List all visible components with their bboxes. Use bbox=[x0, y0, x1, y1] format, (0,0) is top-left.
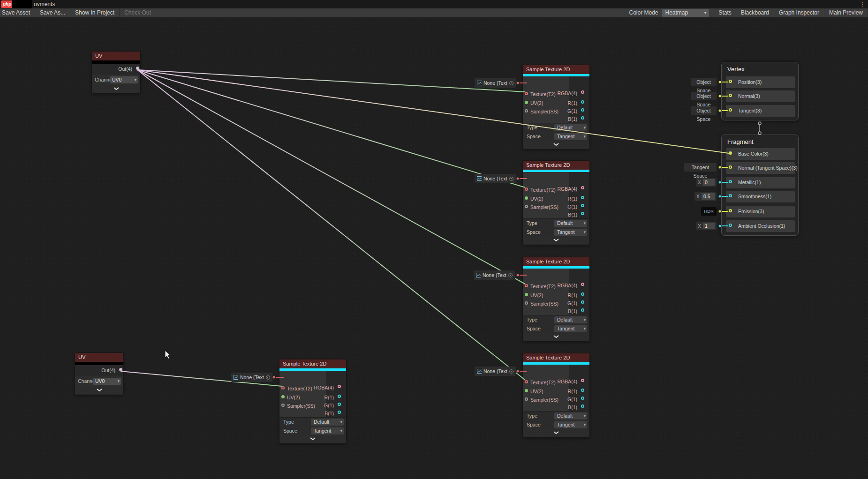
value-field[interactable]: 1 bbox=[703, 223, 715, 229]
uv-node-top[interactable]: UV Out(4) Channe UV0 bbox=[92, 52, 140, 93]
main-preview-button[interactable]: Main Preview bbox=[824, 8, 868, 17]
object-picker-icon[interactable] bbox=[509, 81, 513, 85]
type-dropdown[interactable]: Default bbox=[554, 316, 587, 323]
output-port-b[interactable] bbox=[581, 308, 584, 312]
space-chip[interactable]: Object Space bbox=[691, 78, 717, 86]
collapse-chevron[interactable] bbox=[523, 429, 589, 437]
input-port-position[interactable] bbox=[729, 80, 732, 83]
input-port-emission[interactable] bbox=[729, 209, 732, 212]
blackboard-button[interactable]: Blackboard bbox=[736, 8, 774, 17]
object-picker-icon[interactable] bbox=[266, 375, 270, 380]
output-port-g[interactable] bbox=[581, 108, 584, 112]
output-port-rgba[interactable] bbox=[338, 385, 341, 388]
object-picker-icon[interactable] bbox=[509, 369, 513, 374]
texture-slot[interactable]: None (Textu bbox=[475, 367, 516, 376]
space-dropdown[interactable]: Tangent bbox=[554, 229, 587, 236]
channel-dropdown[interactable]: UV0 bbox=[110, 76, 138, 83]
value-chip[interactable]: X 0 bbox=[696, 178, 717, 187]
input-port-base-color[interactable] bbox=[729, 151, 732, 155]
port-label: RGBA(4) bbox=[557, 283, 577, 288]
fragment-context-node[interactable]: Fragment Base Color(3) Normal (Tangent S… bbox=[721, 135, 799, 236]
value-chip[interactable]: X 0.5 bbox=[694, 192, 717, 201]
input-port-tangent[interactable] bbox=[729, 108, 732, 112]
kebab-menu-icon[interactable]: ⋮ bbox=[860, 0, 865, 8]
value-chip[interactable]: X 1 bbox=[696, 222, 717, 230]
toolbar-spacer bbox=[156, 8, 625, 17]
space-label: Space bbox=[283, 427, 297, 435]
collapse-chevron[interactable] bbox=[523, 237, 589, 244]
texture-slot[interactable]: None (Textu bbox=[475, 174, 516, 183]
input-port-metallic[interactable] bbox=[729, 180, 732, 183]
collapse-chevron[interactable] bbox=[92, 85, 140, 93]
channel-dropdown[interactable]: UV0 bbox=[93, 378, 121, 385]
object-picker-icon[interactable] bbox=[508, 273, 513, 277]
space-dropdown[interactable]: Tangent bbox=[554, 133, 587, 140]
space-dropdown[interactable]: Tangent bbox=[311, 427, 344, 434]
space-chip[interactable]: Tangent Space bbox=[684, 163, 717, 172]
object-picker-icon[interactable] bbox=[509, 177, 513, 181]
value-field[interactable]: 0.5 bbox=[702, 193, 715, 200]
output-port-b[interactable] bbox=[581, 404, 584, 408]
texture-slot[interactable]: None (Textu bbox=[475, 78, 516, 88]
space-dropdown[interactable]: Tangent bbox=[554, 421, 587, 428]
output-port-g[interactable] bbox=[581, 300, 584, 304]
save-asset-button[interactable]: Save Asset bbox=[0, 8, 35, 17]
output-port-out[interactable] bbox=[136, 67, 139, 70]
port-label: Normal (Tangent Space)(3) bbox=[738, 162, 798, 174]
collapse-chevron[interactable] bbox=[75, 387, 123, 394]
output-port-b[interactable] bbox=[581, 212, 584, 215]
collapse-chevron[interactable] bbox=[279, 435, 346, 443]
output-port-rgba[interactable] bbox=[581, 283, 584, 286]
output-port-b[interactable] bbox=[581, 116, 584, 120]
collapse-chevron[interactable] bbox=[523, 141, 589, 149]
output-port-r[interactable] bbox=[581, 292, 584, 296]
type-dropdown[interactable]: Default bbox=[554, 412, 587, 419]
input-port-ambient-occlusion[interactable] bbox=[729, 224, 732, 227]
texture-slot[interactable]: None (Textu bbox=[231, 373, 272, 382]
sample-texture-2d-node[interactable]: Sample Texture 2D Texture(T2) UV(2) Samp… bbox=[279, 359, 346, 443]
input-port-normal[interactable] bbox=[729, 94, 732, 97]
window-title-bar: php ovments ⋮ bbox=[0, 0, 868, 8]
collapse-chevron[interactable] bbox=[523, 333, 589, 341]
output-port-rgba[interactable] bbox=[581, 379, 584, 382]
output-port-r[interactable] bbox=[581, 389, 584, 392]
output-port-rgba[interactable] bbox=[581, 90, 584, 94]
uv-node-bottom[interactable]: UV Out(4) Channe UV0 bbox=[75, 353, 123, 395]
input-port-normal-ts[interactable] bbox=[729, 165, 732, 169]
output-port-r[interactable] bbox=[581, 196, 584, 199]
sample-texture-2d-node[interactable]: Sample Texture 2D Texture(T2) UV(2) Samp… bbox=[523, 257, 589, 341]
color-mode-dropdown[interactable]: Heatmap bbox=[662, 9, 709, 17]
output-port-r[interactable] bbox=[581, 100, 584, 104]
sample-texture-2d-node[interactable]: Sample Texture 2D Texture(T2) UV(2) Samp… bbox=[523, 161, 589, 245]
value-field[interactable]: 0 bbox=[703, 179, 715, 186]
port-label: G(1) bbox=[567, 397, 577, 402]
show-in-project-button[interactable]: Show In Project bbox=[70, 8, 120, 17]
output-port-g[interactable] bbox=[338, 403, 341, 406]
space-label: Space bbox=[527, 324, 541, 333]
type-dropdown[interactable]: Default bbox=[311, 419, 344, 426]
space-chip[interactable]: Object Space bbox=[691, 92, 717, 100]
output-port-b[interactable] bbox=[338, 411, 341, 414]
vertex-context-node[interactable]: Vertex Position(3) Normal(3) Tangent(3) bbox=[721, 62, 799, 120]
space-dropdown[interactable]: Tangent bbox=[554, 325, 587, 332]
stats-button[interactable]: Stats bbox=[714, 8, 736, 17]
sample-texture-2d-node[interactable]: Sample Texture 2D Texture(T2) UV(2) Samp… bbox=[523, 65, 589, 149]
output-port-g[interactable] bbox=[581, 204, 584, 207]
type-dropdown[interactable]: Default bbox=[554, 124, 587, 131]
output-port-out[interactable] bbox=[119, 368, 122, 371]
port-label: R(1) bbox=[568, 196, 577, 202]
graph-canvas[interactable]: UV Out(4) Channe UV0 UV Out(4) Channe UV… bbox=[0, 0, 868, 479]
sample-texture-2d-node[interactable]: Sample Texture 2D Texture(T2) UV(2) Samp… bbox=[523, 353, 589, 437]
type-dropdown[interactable]: Default bbox=[554, 220, 587, 227]
space-chip[interactable]: Object Space bbox=[691, 106, 717, 115]
output-port-r[interactable] bbox=[338, 395, 341, 398]
mouse-cursor bbox=[165, 350, 171, 359]
save-as-button[interactable]: Save As... bbox=[35, 8, 70, 17]
graph-inspector-button[interactable]: Graph Inspector bbox=[774, 8, 824, 17]
texture-slot[interactable]: None (Textu bbox=[474, 270, 515, 280]
hdr-color-chip[interactable]: HDR bbox=[701, 207, 717, 216]
output-port-rgba[interactable] bbox=[581, 186, 584, 189]
port-label: B(1) bbox=[568, 404, 577, 410]
input-port-smoothness[interactable] bbox=[729, 194, 732, 197]
output-port-g[interactable] bbox=[581, 397, 584, 400]
